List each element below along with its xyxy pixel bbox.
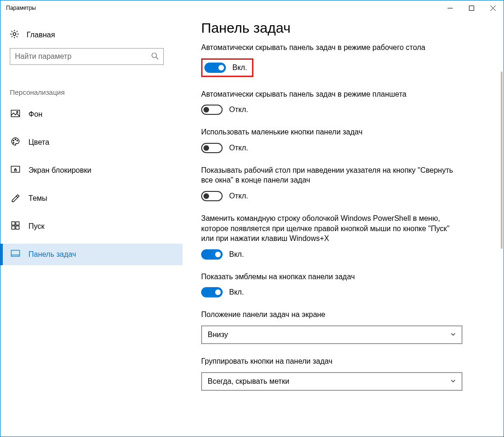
svg-rect-16 xyxy=(16,222,19,225)
home-label: Главная xyxy=(27,31,55,39)
setting-label: Автоматически скрывать панель задач в ре… xyxy=(201,42,453,53)
setting-label: Заменить командную строку оболочкой Wind… xyxy=(201,213,453,244)
svg-point-8 xyxy=(17,112,18,113)
toggle-autohide-tablet[interactable] xyxy=(201,105,223,115)
svg-point-9 xyxy=(13,140,14,141)
sidebar-item-label: Пуск xyxy=(28,222,44,231)
toggle-state-text: Вкл. xyxy=(229,250,244,259)
sidebar-item-colors[interactable]: Цвета xyxy=(10,132,164,153)
minimize-button[interactable] xyxy=(439,0,461,15)
svg-rect-19 xyxy=(11,250,20,256)
sidebar: Главная Персонализация Фон Цвета xyxy=(0,15,173,437)
page-title: Панель задач xyxy=(201,20,485,36)
sidebar-item-label: Фон xyxy=(28,110,42,119)
svg-rect-15 xyxy=(12,222,15,225)
setting-combine: Группировать кнопки на панели задач Всег… xyxy=(201,356,485,391)
svg-rect-1 xyxy=(469,6,474,10)
svg-point-11 xyxy=(17,140,18,141)
setting-label: Автоматически скрывать панель задач в ре… xyxy=(201,89,453,99)
chevron-down-icon xyxy=(450,331,456,338)
toggle-autohide-desktop[interactable] xyxy=(204,63,226,73)
svg-point-4 xyxy=(13,33,16,35)
search-input[interactable] xyxy=(10,48,164,65)
setting-label: Показать эмблемы на кнопках панели задач xyxy=(201,272,453,282)
start-icon xyxy=(11,221,20,232)
maximize-button[interactable] xyxy=(461,0,482,15)
setting-badges: Показать эмблемы на кнопках панели задач… xyxy=(201,272,485,298)
sidebar-item-start[interactable]: Пуск xyxy=(10,216,164,237)
setting-label: Положение панели задач на экране xyxy=(201,310,453,320)
toggle-state-text: Вкл. xyxy=(232,63,247,72)
svg-point-12 xyxy=(13,142,14,143)
sidebar-item-background[interactable]: Фон xyxy=(10,104,164,125)
titlebar: Параметры xyxy=(0,0,504,15)
sidebar-item-taskbar[interactable]: Панель задач xyxy=(0,244,182,265)
taskbar-icon xyxy=(11,249,20,260)
toggle-state-text: Откл. xyxy=(229,106,248,114)
setting-peek-desktop: Показывать рабочий стол при наведении ук… xyxy=(201,165,485,201)
dropdown-value: Всегда, скрывать метки xyxy=(208,377,289,386)
toggle-small-buttons[interactable] xyxy=(201,143,223,153)
main-content: Панель задач Автоматически скрывать пане… xyxy=(173,15,504,437)
setting-label: Использовать маленькие кнопки панели зад… xyxy=(201,127,453,137)
toggle-peek-desktop[interactable] xyxy=(201,191,223,201)
gear-icon xyxy=(10,29,19,41)
toggle-state-text: Откл. xyxy=(229,144,248,152)
setting-label: Показывать рабочий стол при наведении ук… xyxy=(201,165,453,185)
window-controls xyxy=(439,0,504,15)
dropdown-position[interactable]: Внизу xyxy=(201,325,462,344)
toggle-powershell[interactable] xyxy=(201,249,223,260)
lockscreen-icon xyxy=(11,165,20,176)
svg-rect-14 xyxy=(14,169,16,171)
close-button[interactable] xyxy=(482,0,504,15)
svg-point-5 xyxy=(152,53,157,57)
setting-label: Группировать кнопки на панели задач xyxy=(201,356,453,367)
svg-rect-7 xyxy=(11,110,20,117)
toggle-state-text: Вкл. xyxy=(229,288,244,296)
window-title: Параметры xyxy=(6,5,36,11)
highlight-box: Вкл. xyxy=(201,58,253,77)
sidebar-item-label: Цвета xyxy=(28,138,49,147)
dropdown-combine[interactable]: Всегда, скрывать метки xyxy=(201,372,462,391)
dropdown-value: Внизу xyxy=(208,331,228,339)
sidebar-item-lockscreen[interactable]: Экран блокировки xyxy=(10,160,164,181)
sidebar-item-label: Панель задач xyxy=(28,250,76,259)
scrollbar[interactable] xyxy=(501,71,503,249)
setting-autohide-tablet: Автоматически скрывать панель задач в ре… xyxy=(201,89,485,115)
svg-rect-18 xyxy=(16,226,19,229)
picture-icon xyxy=(11,109,20,120)
toggle-state-text: Откл. xyxy=(229,192,248,200)
svg-point-10 xyxy=(15,139,16,140)
setting-powershell: Заменить командную строку оболочкой Wind… xyxy=(201,213,485,260)
home-nav[interactable]: Главная xyxy=(10,25,164,48)
svg-rect-17 xyxy=(12,226,15,229)
themes-icon xyxy=(11,193,20,204)
category-header: Персонализация xyxy=(10,88,164,96)
palette-icon xyxy=(11,137,20,148)
search-icon xyxy=(151,52,159,61)
svg-line-6 xyxy=(156,57,159,59)
search-field[interactable] xyxy=(15,52,147,61)
chevron-down-icon xyxy=(450,378,456,385)
setting-autohide-desktop: Автоматически скрывать панель задач в ре… xyxy=(201,42,485,77)
sidebar-item-label: Темы xyxy=(28,194,47,203)
setting-position: Положение панели задач на экране Внизу xyxy=(201,310,485,344)
sidebar-item-label: Экран блокировки xyxy=(28,166,91,175)
setting-small-buttons: Использовать маленькие кнопки панели зад… xyxy=(201,127,485,153)
sidebar-item-themes[interactable]: Темы xyxy=(10,188,164,209)
toggle-badges[interactable] xyxy=(201,287,223,297)
